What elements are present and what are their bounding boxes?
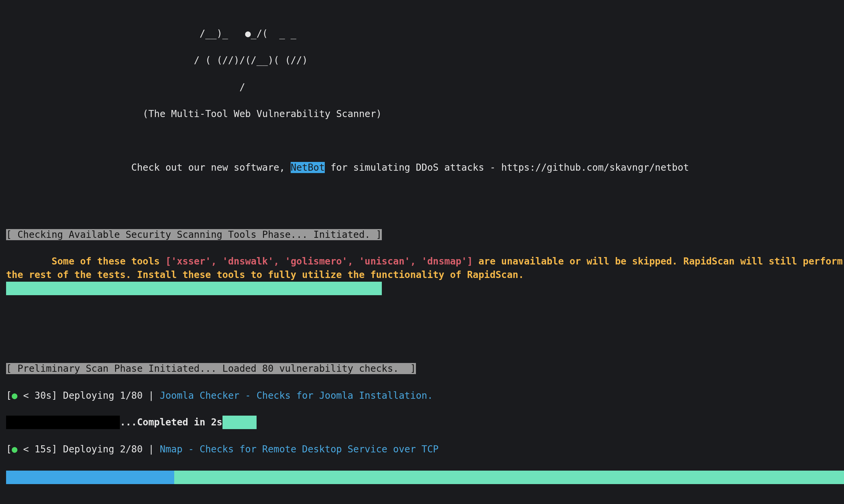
task-1-black-pad [6, 416, 120, 429]
blank-line-1 [6, 134, 844, 148]
progress-segment-blue [6, 471, 174, 484]
promo-url: https://github.com/skavngr/netbot [501, 162, 689, 173]
blank-line-4 [6, 308, 844, 322]
task-row-1: [● < 30s] Deploying 1/80 | Joomla Checke… [6, 389, 844, 402]
task-2-time: < 15s] [18, 444, 63, 455]
missing-tools-list: ['xsser', 'dnswalk', 'golismero', 'unisc… [165, 256, 473, 267]
app-subtitle: (The Multi-Tool Web Vulnerability Scanne… [6, 107, 844, 121]
task-1-completed-line: ...Completed in 2s [6, 416, 844, 429]
task-2-status-dot-icon: ● [12, 444, 18, 455]
phase-check-warning: Some of these tools ['xsser', 'dnswalk',… [6, 256, 843, 280]
task-2-label: Nmap - Checks for Remote Desktop Service… [160, 444, 439, 455]
blank-line-2 [6, 175, 844, 188]
blank-line-3 [6, 201, 844, 215]
task-2-deploy: Deploying 2/80 | [63, 444, 160, 455]
ascii-art-line-3: / [6, 80, 844, 94]
phase-scan-header: [ Preliminary Scan Phase Initiated... Lo… [6, 363, 416, 374]
scan-progress-bar [6, 471, 844, 484]
phase-scan-header-line: [ Preliminary Scan Phase Initiated... Lo… [6, 362, 844, 376]
task-1-deploy: Deploying 1/80 | [63, 390, 160, 401]
phase-check-header: [ Checking Available Security Scanning T… [6, 229, 382, 240]
progress-segment-teal [174, 471, 844, 484]
task-1-green-pad [223, 416, 257, 429]
task-1-bracket-open: [ [6, 390, 12, 401]
promo-lead: Check out our new software, [6, 162, 291, 173]
phase-check-completed-line: [ Checking Available Security Scanning T… [6, 282, 844, 295]
task-row-2: [● < 15s] Deploying 2/80 | Nmap - Checks… [6, 443, 844, 456]
phase-check-header-line: [ Checking Available Security Scanning T… [6, 228, 844, 241]
ascii-art-line-2: / ( (//)/(/__)( (//) [6, 54, 844, 67]
terminal-output: /__)_ ●_/( _ _ / ( (//)/(/__)( (//) / (T… [0, 0, 844, 504]
warning-intro: Some of these tools [6, 256, 165, 267]
blank-line-5 [6, 335, 844, 349]
task-2-bracket-open: [ [6, 444, 12, 455]
promo-highlight-netbot: NetBot [291, 162, 325, 173]
task-1-label: Joomla Checker - Checks for Joomla Insta… [160, 390, 433, 401]
task-1-completed-text: ...Completed in 2s [120, 417, 222, 428]
task-1-status-dot-icon: ● [12, 390, 18, 401]
task-1-time: < 30s] [18, 390, 63, 401]
promo-line: Check out our new software, NetBot for s… [6, 162, 689, 173]
ascii-art-line-1: /__)_ ●_/( _ _ [6, 27, 844, 40]
phase-check-completed: [ Checking Available Security Scanning T… [6, 282, 382, 295]
promo-tail: for simulating DDoS attacks - [325, 162, 501, 173]
